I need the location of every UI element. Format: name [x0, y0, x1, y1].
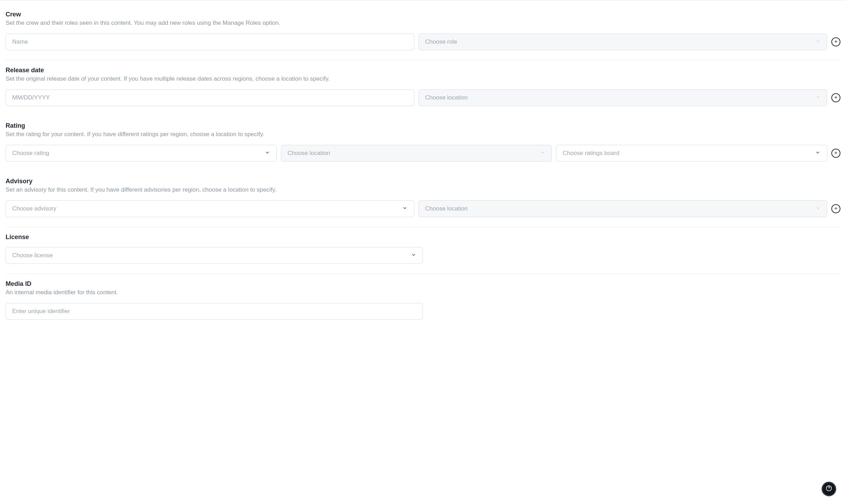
rating-section: Rating Set the rating for your content. …	[6, 116, 840, 171]
crew-desc: Set the crew and their roles seen in thi…	[6, 20, 840, 27]
media-id-section: Media ID An internal media identifier fo…	[6, 274, 840, 329]
crew-title: Crew	[6, 11, 840, 18]
ratings-board-placeholder: Choose ratings board	[563, 150, 619, 157]
advisory-location-placeholder: Choose location	[425, 205, 468, 212]
crew-add-button[interactable]	[831, 37, 840, 46]
release-date-input[interactable]	[6, 89, 414, 106]
media-id-title: Media ID	[6, 280, 840, 288]
plus-icon	[833, 95, 838, 101]
license-placeholder: Choose license	[12, 252, 53, 259]
release-section: Release date Set the original release da…	[6, 60, 840, 116]
license-title: License	[6, 234, 840, 241]
rating-placeholder: Choose rating	[12, 150, 49, 157]
crew-section: Crew Set the crew and their roles seen i…	[6, 5, 840, 60]
plus-icon	[833, 206, 838, 212]
plus-icon	[833, 39, 838, 45]
chevron-down-icon	[816, 94, 821, 101]
rating-add-button[interactable]	[831, 149, 840, 158]
rating-select[interactable]: Choose rating	[6, 145, 277, 162]
advisory-select[interactable]: Choose advisory	[6, 200, 414, 217]
release-location-placeholder: Choose location	[425, 94, 468, 101]
rating-desc: Set the rating for your content. If you …	[6, 131, 840, 138]
chevron-down-icon	[402, 205, 408, 213]
release-add-button[interactable]	[831, 93, 840, 102]
advisory-title: Advisory	[6, 178, 840, 185]
license-select[interactable]: Choose license	[6, 247, 423, 264]
chevron-down-icon	[265, 150, 270, 157]
release-desc: Set the original release date of your co…	[6, 75, 840, 82]
chevron-down-icon	[816, 205, 821, 212]
crew-role-select[interactable]: Choose role	[418, 34, 827, 50]
ratings-board-select[interactable]: Choose ratings board	[556, 145, 827, 162]
advisory-add-button[interactable]	[831, 204, 840, 213]
license-section: License Choose license	[6, 227, 840, 274]
rating-location-placeholder: Choose location	[288, 150, 330, 157]
crew-role-placeholder: Choose role	[425, 38, 457, 45]
advisory-section: Advisory Set an advisory for this conten…	[6, 171, 840, 227]
release-location-select[interactable]: Choose location	[418, 89, 827, 106]
rating-title: Rating	[6, 122, 840, 129]
advisory-placeholder: Choose advisory	[12, 205, 57, 212]
crew-name-input[interactable]	[6, 34, 414, 50]
media-id-desc: An internal media identifier for this co…	[6, 289, 840, 296]
plus-icon	[833, 150, 838, 156]
advisory-location-select[interactable]: Choose location	[418, 200, 827, 217]
release-title: Release date	[6, 67, 840, 74]
chevron-down-icon	[816, 38, 821, 45]
chevron-down-icon	[540, 150, 545, 157]
chevron-down-icon	[411, 252, 416, 259]
advisory-desc: Set an advisory for this content. If you…	[6, 186, 840, 193]
chevron-down-icon	[815, 150, 821, 157]
media-id-input[interactable]	[6, 303, 423, 320]
rating-location-select[interactable]: Choose location	[281, 145, 552, 162]
